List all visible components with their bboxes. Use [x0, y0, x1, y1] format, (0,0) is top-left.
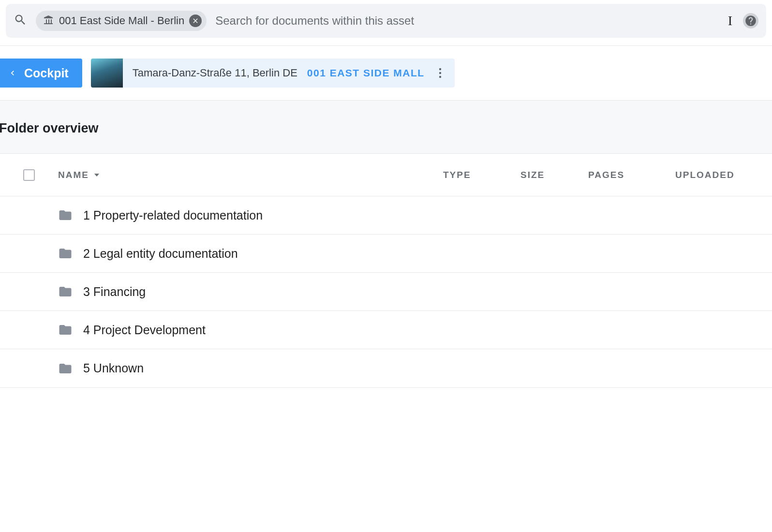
column-size[interactable]: SIZE	[520, 170, 588, 180]
folder-icon	[58, 361, 73, 376]
svg-point-2	[439, 76, 441, 78]
column-pages[interactable]: PAGES	[588, 170, 675, 180]
building-icon	[43, 14, 54, 28]
folder-icon	[58, 246, 73, 261]
table-row[interactable]: 5 Unknown	[0, 349, 772, 387]
folder-name: 1 Property-related documentation	[83, 208, 263, 222]
column-name[interactable]: NAME	[58, 170, 443, 180]
chip-close-button[interactable]	[189, 15, 202, 27]
folder-icon	[58, 284, 73, 299]
section-title: Folder overview	[0, 101, 772, 153]
breadcrumb-header: Cockpit Tamara-Danz-Straße 11, Berlin DE…	[0, 46, 772, 100]
folder-name: 4 Project Development	[83, 323, 206, 337]
asset-card: Tamara-Danz-Straße 11, Berlin DE 001 EAS…	[91, 59, 455, 88]
folder-name: 2 Legal entity documentation	[83, 247, 238, 261]
column-uploaded[interactable]: UPLOADED	[675, 170, 772, 180]
asset-address: Tamara-Danz-Straße 11, Berlin DE	[133, 67, 297, 79]
search-icon[interactable]	[14, 13, 27, 29]
folder-name: 3 Financing	[83, 285, 146, 299]
table-row[interactable]: 4 Project Development	[0, 311, 772, 349]
chip-label: 001 East Side Mall - Berlin	[59, 15, 184, 27]
search-bar: 001 East Side Mall - Berlin I	[6, 4, 766, 38]
folder-icon	[58, 208, 73, 222]
asset-thumbnail	[91, 59, 123, 88]
folder-name: 5 Unknown	[83, 361, 144, 375]
search-filter-chip: 001 East Side Mall - Berlin	[36, 11, 207, 31]
cockpit-label: Cockpit	[24, 66, 69, 80]
text-cursor-icon: I	[728, 13, 732, 29]
folder-table: NAME TYPE SIZE PAGES UPLOADED 1 Property…	[0, 153, 772, 388]
table-row[interactable]: 3 Financing	[0, 273, 772, 311]
help-button[interactable]	[743, 13, 758, 29]
asset-name-link[interactable]: 001 EAST SIDE MALL	[307, 67, 425, 79]
svg-point-0	[439, 68, 441, 70]
table-header: NAME TYPE SIZE PAGES UPLOADED	[0, 154, 772, 196]
cockpit-back-button[interactable]: Cockpit	[0, 59, 82, 88]
svg-point-1	[439, 72, 441, 74]
table-row[interactable]: 1 Property-related documentation	[0, 196, 772, 235]
folder-icon	[58, 323, 73, 337]
select-all-checkbox[interactable]	[23, 169, 35, 181]
table-row[interactable]: 2 Legal entity documentation	[0, 235, 772, 273]
column-type[interactable]: TYPE	[443, 170, 520, 180]
search-input[interactable]	[215, 14, 719, 28]
asset-more-menu[interactable]	[434, 65, 446, 81]
